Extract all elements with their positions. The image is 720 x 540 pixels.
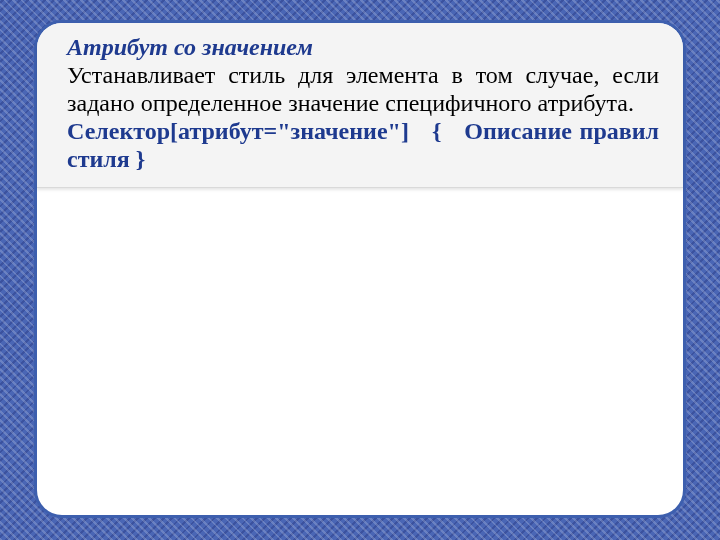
- brace-open: {: [432, 118, 441, 144]
- slide-panel: Атрибут со значением Устанавливает стиль…: [34, 20, 686, 518]
- text-block: Атрибут со значением Устанавливает стиль…: [37, 23, 683, 188]
- selector-pattern: Селектор[атрибут="значение"]: [67, 118, 409, 144]
- slide-background: Атрибут со значением Устанавливает стиль…: [0, 0, 720, 540]
- section-heading: Атрибут со значением: [67, 33, 659, 61]
- syntax-line: Селектор[атрибут="значение"] { Описание …: [67, 117, 659, 173]
- section-body: Устанавливает стиль для элемента в том с…: [67, 61, 659, 117]
- brace-close: }: [136, 146, 145, 172]
- rules-word-1: Описание: [464, 118, 572, 144]
- slide-content: Атрибут со значением Устанавливает стиль…: [67, 33, 659, 173]
